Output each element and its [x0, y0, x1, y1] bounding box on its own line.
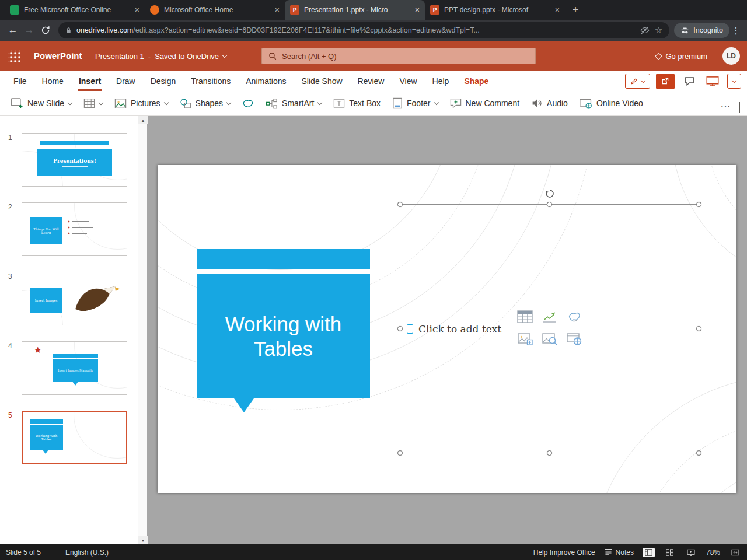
bookmark-star-icon[interactable]: ☆ [655, 25, 662, 36]
back-button[interactable]: ← [5, 22, 21, 38]
go-premium-button[interactable]: Go premium [656, 41, 707, 71]
tab-close-icon[interactable]: × [135, 6, 139, 14]
audio-icon [531, 98, 543, 108]
search-input[interactable]: Search (Alt + Q) [261, 48, 536, 64]
slide-canvas[interactable]: Working with Tables Click to add text [158, 165, 736, 493]
shapes-button[interactable]: Shapes [174, 94, 236, 113]
present-button[interactable] [704, 74, 721, 89]
slide-thumbnail-3[interactable]: Insert Images [22, 272, 127, 326]
slide-title-text[interactable]: Working with Tables [204, 312, 363, 360]
new-slide-button[interactable]: New Slide [5, 94, 78, 113]
document-title[interactable]: Presentation 1 [95, 52, 144, 61]
menu-animations[interactable]: Animations [238, 71, 294, 91]
placeholder-prompt[interactable]: Click to add text [407, 323, 501, 335]
menu-file[interactable]: File [6, 71, 34, 91]
rotate-handle[interactable] [545, 189, 554, 198]
zoom-level[interactable]: 78% [706, 548, 720, 556]
online-video-button[interactable]: Online Video [574, 94, 649, 113]
insert-icons-icon[interactable] [567, 310, 581, 326]
insert-chart-icon[interactable] [542, 310, 557, 326]
present-options-button[interactable] [727, 74, 741, 89]
resize-handle-bottom-left[interactable] [397, 450, 403, 456]
insert-table-icon[interactable] [517, 310, 533, 326]
slide-sorter-view-button[interactable] [664, 548, 676, 557]
screen: Free Microsoft Office Online × Microsoft… [0, 0, 747, 560]
slide-number: 2 [8, 203, 12, 211]
tab-close-icon[interactable]: × [415, 6, 420, 14]
resize-handle-right[interactable] [696, 326, 701, 331]
resize-handle-top[interactable] [547, 202, 552, 207]
insert-video-icon[interactable] [567, 332, 582, 348]
menu-view[interactable]: View [392, 71, 424, 91]
footer-button[interactable]: Footer [386, 94, 444, 113]
menu-draw[interactable]: Draw [109, 71, 143, 91]
account-avatar[interactable]: LD [722, 47, 740, 65]
thumb-title-box: Insert Images Manually [53, 359, 98, 382]
tab-close-icon[interactable]: × [275, 6, 280, 14]
text-box-button[interactable]: Text Box [327, 94, 386, 113]
ribbon-overflow-button[interactable]: … [708, 97, 742, 110]
resize-handle-bottom[interactable] [547, 450, 552, 456]
insert-table-button[interactable] [78, 94, 109, 113]
icons-button[interactable] [236, 94, 260, 113]
new-comment-button[interactable]: New Comment [444, 94, 526, 113]
share-button[interactable] [656, 74, 675, 89]
fit-slide-button[interactable] [729, 548, 742, 557]
browser-tab-office-online[interactable]: Free Microsoft Office Online × [5, 0, 145, 20]
comments-button[interactable] [680, 74, 698, 89]
resize-handle-left[interactable] [397, 326, 403, 331]
collapse-ribbon-button[interactable] [739, 102, 740, 113]
audio-button[interactable]: Audio [525, 94, 574, 113]
browser-menu-icon[interactable]: ⋮ [729, 25, 742, 36]
tab-close-icon[interactable]: × [555, 6, 560, 14]
eye-blocked-icon[interactable] [640, 26, 650, 34]
pictures-button[interactable]: Pictures [109, 94, 174, 113]
notes-toggle[interactable]: Notes [604, 548, 634, 556]
help-improve-office-link[interactable]: Help Improve Office [533, 548, 595, 556]
browser-tab-office-home[interactable]: Microsoft Office Home × [145, 0, 285, 20]
chevron-down-icon[interactable] [222, 52, 227, 57]
scroll-down-button[interactable]: ▼ [138, 536, 148, 544]
editing-mode-button[interactable] [625, 74, 650, 89]
chevron-down-icon [68, 100, 72, 104]
resize-handle-bottom-right[interactable] [696, 450, 701, 456]
app-name[interactable]: PowerPoint [34, 51, 82, 61]
slideshow-view-button[interactable] [685, 548, 697, 557]
menu-transitions[interactable]: Transitions [183, 71, 238, 91]
language-indicator[interactable]: English (U.S.) [65, 548, 109, 556]
title-accent-bar[interactable] [197, 249, 370, 269]
saved-status[interactable]: Saved to OneDrive [155, 52, 219, 61]
content-placeholder-selected[interactable]: Click to add text [400, 204, 699, 453]
address-bar[interactable]: onedrive.live.com/edit.aspx?action=editn… [58, 22, 669, 38]
menu-help[interactable]: Help [425, 71, 457, 91]
normal-view-button[interactable] [643, 548, 655, 557]
browser-tab-presentation1-active[interactable]: P Presentation 1.pptx - Micro × [285, 0, 425, 20]
slide-thumbnail-1[interactable]: Presentations! [22, 133, 127, 187]
tab-title: Free Microsoft Office Online [24, 6, 130, 14]
menu-insert-active[interactable]: Insert [71, 71, 109, 91]
resize-handle-top-right[interactable] [696, 202, 701, 207]
menu-design[interactable]: Design [143, 71, 184, 91]
placeholder-prompt-text[interactable]: Click to add text [418, 323, 501, 335]
thumbnail-scrollbar[interactable]: ▲ ▼ [138, 116, 147, 544]
insert-picture-icon[interactable] [518, 332, 533, 348]
document-info[interactable]: Presentation 1 - Saved to OneDrive [95, 41, 226, 71]
menu-home[interactable]: Home [34, 71, 71, 91]
title-callout-shape[interactable]: Working with Tables [197, 274, 370, 398]
browser-tab-ppt-design[interactable]: P PPT-design.pptx - Microsof × [425, 0, 565, 20]
menu-shape-contextual[interactable]: Shape [456, 71, 496, 91]
workspace: 1 Presentations! 2 Things You Will L [0, 116, 747, 544]
resize-handle-top-left[interactable] [397, 202, 403, 207]
scroll-up-button[interactable]: ▲ [138, 116, 148, 124]
new-tab-button[interactable]: + [567, 2, 584, 18]
slide-thumbnail-5-selected[interactable]: Working with Tables [22, 411, 127, 464]
smartart-button[interactable]: SmartArt [260, 94, 327, 113]
app-launcher-waffle-icon[interactable] [8, 50, 20, 62]
slide-count-indicator[interactable]: Slide 5 of 5 [6, 548, 41, 556]
menu-slideshow[interactable]: Slide Show [294, 71, 350, 91]
insert-online-picture-icon[interactable] [542, 332, 557, 348]
slide-thumbnail-4[interactable]: ★ Insert Images Manually [22, 341, 127, 395]
menu-review[interactable]: Review [350, 71, 392, 91]
reload-button[interactable] [37, 22, 54, 38]
slide-thumbnail-2[interactable]: Things You Will Learn [22, 202, 127, 256]
